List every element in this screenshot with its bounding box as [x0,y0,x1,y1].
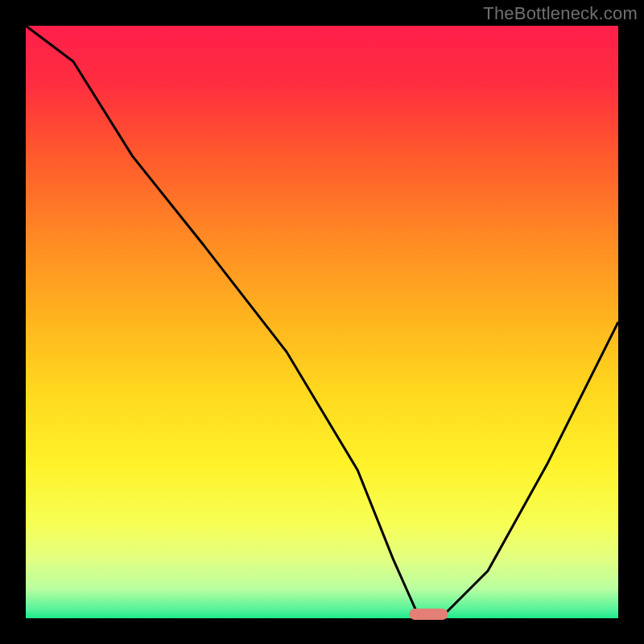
watermark-text: TheBottleneck.com [483,3,638,24]
bottleneck-chart [0,0,644,644]
chart-plot-area [26,26,618,618]
optimal-marker [410,609,448,620]
